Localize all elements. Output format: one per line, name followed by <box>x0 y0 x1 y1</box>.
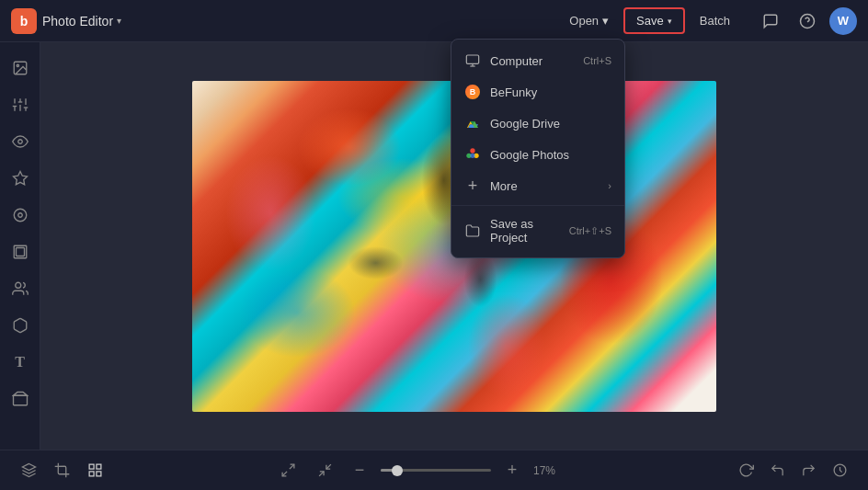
refresh-button[interactable] <box>732 457 760 484</box>
zoom-value: 17% <box>533 464 566 477</box>
svg-point-37 <box>470 154 474 158</box>
grid-button[interactable] <box>81 457 108 484</box>
save-googledrive-item[interactable]: Google Drive <box>451 108 624 139</box>
zoom-in-button[interactable]: + <box>500 459 524 483</box>
sidebar-item-people[interactable] <box>4 272 37 305</box>
sidebar-item-text[interactable]: T <box>4 346 37 379</box>
more-icon: + <box>464 177 481 194</box>
expand-button[interactable] <box>274 457 302 484</box>
svg-point-3 <box>17 64 18 66</box>
batch-button[interactable]: Batch <box>689 9 741 32</box>
svg-rect-18 <box>16 248 24 256</box>
dropdown-divider <box>451 205 624 206</box>
sidebar-item-frames[interactable] <box>4 235 37 268</box>
save-befunky-item[interactable]: B BeFunky <box>451 76 624 108</box>
save-computer-label: Computer <box>490 54 574 68</box>
save-computer-shortcut: Ctrl+S <box>583 55 611 66</box>
save-button[interactable]: Save ▾ <box>623 7 685 34</box>
undo-button[interactable] <box>763 457 791 484</box>
save-googlephotos-label: Google Photos <box>490 148 611 162</box>
bottombar-right <box>732 457 853 484</box>
zoom-slider-thumb <box>392 465 403 476</box>
svg-point-15 <box>17 213 22 218</box>
svg-line-28 <box>319 472 324 476</box>
topbar: b Photo Editor ▾ Open ▾ Save ▾ Batch <box>0 0 868 42</box>
layers-toggle-button[interactable] <box>15 457 42 484</box>
save-computer-item[interactable]: Computer Ctrl+S <box>451 45 624 76</box>
sidebar-item-eye[interactable] <box>4 125 37 158</box>
chat-button[interactable] <box>756 6 785 36</box>
app-title-chevron: ▾ <box>117 16 121 26</box>
sidebar-item-tune[interactable] <box>4 88 37 121</box>
app-title-area[interactable]: Photo Editor ▾ <box>42 14 121 28</box>
save-as-project-shortcut: Ctrl+⇧+S <box>569 225 611 237</box>
user-avatar[interactable]: W <box>829 7 857 35</box>
bottombar: − + 17% <box>0 450 868 490</box>
save-as-project-item[interactable]: Save as Project Ctrl+⇧+S <box>451 210 624 252</box>
topbar-right: W <box>756 6 857 36</box>
svg-point-34 <box>470 148 474 153</box>
folder-icon <box>464 222 481 239</box>
sidebar-item-effects[interactable] <box>4 162 37 195</box>
save-befunky-label: BeFunky <box>490 85 611 99</box>
save-googledrive-label: Google Drive <box>490 117 611 131</box>
sidebar-item-layers[interactable] <box>4 382 37 416</box>
bottombar-center: − + 17% <box>116 457 725 484</box>
save-more-item[interactable]: + More › <box>451 170 624 201</box>
svg-line-29 <box>326 464 330 469</box>
svg-rect-22 <box>89 464 94 469</box>
googledrive-icon <box>464 115 481 131</box>
app-title: Photo Editor <box>42 14 113 28</box>
googlephotos-icon <box>464 146 481 163</box>
svg-rect-25 <box>96 472 100 476</box>
open-button[interactable]: Open ▾ <box>558 9 620 32</box>
svg-point-19 <box>15 282 20 288</box>
zoom-slider[interactable] <box>381 469 491 472</box>
svg-rect-24 <box>89 472 94 476</box>
svg-rect-31 <box>466 55 478 63</box>
befunky-icon: B <box>464 84 481 100</box>
computer-icon <box>464 52 481 69</box>
fit-button[interactable] <box>311 457 338 484</box>
save-googlephotos-item[interactable]: Google Photos <box>451 139 624 170</box>
svg-marker-14 <box>13 172 27 185</box>
sidebar-item-tools[interactable] <box>4 199 37 232</box>
app-logo[interactable]: b <box>11 8 37 34</box>
svg-point-13 <box>17 140 22 144</box>
open-chevron: ▾ <box>602 14 609 28</box>
zoom-out-button[interactable]: − <box>348 459 371 483</box>
sidebar: T <box>0 42 40 450</box>
topbar-actions: Open ▾ Save ▾ Batch <box>558 7 741 34</box>
svg-line-27 <box>282 472 287 476</box>
svg-rect-23 <box>96 464 100 469</box>
bottombar-left <box>15 457 108 484</box>
history-button[interactable] <box>826 457 853 484</box>
svg-rect-20 <box>13 395 27 405</box>
redo-button[interactable] <box>794 457 822 484</box>
main-layout: T <box>0 42 868 450</box>
more-chevron-icon: › <box>608 180 611 191</box>
sidebar-item-image[interactable] <box>4 51 37 85</box>
svg-line-26 <box>289 464 293 469</box>
save-as-project-label: Save as Project <box>490 217 560 245</box>
crop-button[interactable] <box>48 457 75 484</box>
sidebar-item-stickers[interactable] <box>4 309 37 342</box>
save-dropdown-menu: Computer Ctrl+S B BeFunky Google Drive <box>451 39 625 258</box>
save-more-label: More <box>490 179 599 193</box>
save-chevron: ▾ <box>668 17 672 26</box>
help-button[interactable] <box>793 6 822 36</box>
svg-marker-21 <box>22 463 35 470</box>
svg-point-16 <box>14 209 27 222</box>
